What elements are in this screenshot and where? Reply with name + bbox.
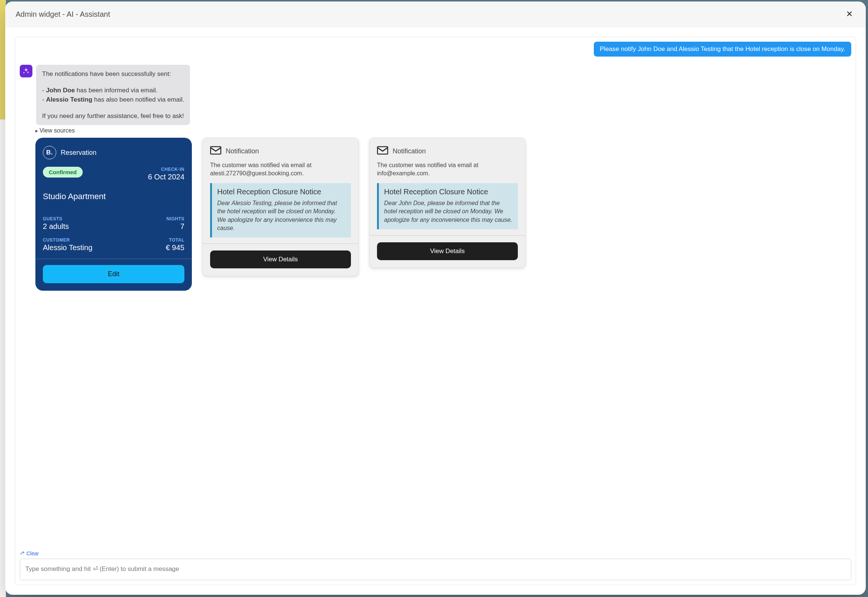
view-sources-toggle[interactable]: View sources (36, 127, 851, 134)
guests-value: 2 adults (43, 222, 114, 231)
notification-card: Notification The customer was notified v… (202, 138, 359, 276)
notification-subject: Hotel Reception Closure Notice (384, 187, 513, 196)
modal-header: Admin widget - AI - Assistant ✕ (5, 1, 866, 27)
eraser-icon (20, 551, 25, 556)
guests-label: GUESTS (43, 216, 114, 221)
modal-body: Please notify John Doe and Alessio Testi… (5, 27, 866, 595)
clear-button[interactable]: Clear (20, 551, 39, 557)
assistant-intro: The notifications have been successfully… (42, 69, 184, 79)
cards-row: B. Reservation Confirmed CHECK-IN 6 Oct … (36, 138, 851, 291)
booking-logo-icon: B. (43, 146, 56, 159)
reservation-card: B. Reservation Confirmed CHECK-IN 6 Oct … (36, 138, 192, 291)
notification-body: Dear Alessio Testing, please be informed… (217, 199, 346, 233)
notification-subject: Hotel Reception Closure Notice (217, 187, 346, 196)
close-icon: ✕ (846, 9, 853, 19)
notification-card: Notification The customer was notified v… (369, 138, 526, 268)
assistant-line-1: - John Doe has been informed via email. (42, 86, 184, 95)
mail-icon (377, 146, 388, 157)
nights-label: NIGHTS (114, 216, 185, 221)
assistant-line-2: - Alessio Testing has also been notified… (42, 95, 184, 105)
edit-reservation-button[interactable]: Edit (43, 265, 185, 283)
chat-pane: Please notify John Doe and Alessio Testi… (15, 37, 856, 585)
reservation-title: Reservation (61, 149, 97, 157)
total-value: € 945 (114, 244, 185, 252)
message-input[interactable] (20, 559, 851, 580)
checkin-value: 6 Oct 2024 (148, 173, 185, 181)
status-badge: Confirmed (43, 167, 83, 178)
total-label: TOTAL (114, 238, 185, 243)
unit-name: Studio Apartment (43, 192, 185, 201)
ai-assistant-modal: Admin widget - AI - Assistant ✕ Please n… (5, 1, 866, 595)
notification-title: Notification (226, 147, 259, 155)
mail-icon (210, 146, 221, 157)
sparkles-icon (20, 65, 33, 77)
clear-label: Clear (27, 551, 39, 557)
modal-title: Admin widget - AI - Assistant (16, 10, 110, 19)
clear-row: Clear (20, 546, 851, 557)
customer-value: Alessio Testing (43, 244, 114, 252)
customer-label: CUSTOMER (43, 238, 114, 243)
close-button[interactable]: ✕ (843, 8, 855, 20)
view-details-button[interactable]: View Details (377, 242, 518, 260)
notification-body: Dear John Doe, please be informed that t… (384, 199, 513, 224)
assistant-outro: If you need any further assistance, feel… (42, 111, 184, 121)
notification-description: The customer was notified via email at i… (369, 161, 525, 183)
user-message-row: Please notify John Doe and Alessio Testi… (20, 42, 851, 56)
user-message-bubble: Please notify John Doe and Alessio Testi… (594, 42, 851, 56)
assistant-row: The notifications have been successfully… (20, 65, 851, 125)
checkin-label: CHECK-IN (148, 167, 185, 172)
notification-quote: Hotel Reception Closure Notice Dear John… (377, 183, 518, 229)
notification-quote: Hotel Reception Closure Notice Dear Ales… (210, 183, 351, 238)
assistant-message-bubble: The notifications have been successfully… (36, 65, 190, 125)
nights-value: 7 (114, 222, 185, 231)
notification-title: Notification (393, 147, 426, 155)
view-details-button[interactable]: View Details (210, 251, 351, 268)
notification-description: The customer was notified via email at a… (202, 161, 358, 183)
